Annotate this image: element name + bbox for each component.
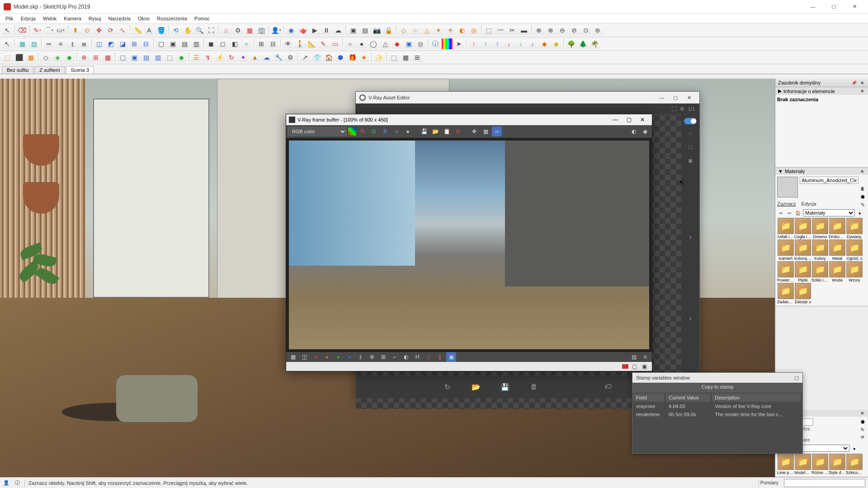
style-3[interactable]: ▤ (179, 38, 190, 49)
vfb-g-channel[interactable]: G (369, 127, 379, 136)
misc-1[interactable]: ☰ (191, 52, 202, 63)
material-category[interactable]: Zadaszenia (777, 282, 794, 304)
axis-y[interactable]: ◆ (551, 38, 561, 49)
vray-light-spot[interactable]: △ (421, 25, 432, 36)
house-tool[interactable]: 🏠 (323, 52, 334, 63)
tab-edit[interactable]: Edycja (802, 201, 816, 208)
scale-tool[interactable]: ⤡ (117, 25, 128, 36)
look-around[interactable]: ▭ (330, 38, 340, 49)
axis-g1[interactable]: ↑ (480, 38, 491, 49)
stamp-maximize-icon[interactable]: ▢ (794, 375, 799, 381)
material-category[interactable]: Powierzchnie (777, 261, 794, 282)
layout-tool[interactable]: ▦ (244, 25, 255, 36)
vfb-maximize[interactable]: ▢ (622, 117, 636, 123)
asset-refresh-icon[interactable]: ↻ (442, 381, 453, 392)
pencil-icon[interactable]: ✎ (859, 201, 866, 208)
material-category[interactable]: Drewno (811, 217, 829, 239)
asset-titlebar[interactable]: V-Ray Asset Editor ― ▢ ✕ (356, 92, 699, 103)
materials-combo[interactable]: Materiały (803, 209, 855, 216)
vray-vfb[interactable]: ▣ (348, 25, 359, 36)
walk-2[interactable]: 🚶 (294, 38, 305, 49)
menu-tools[interactable]: Narzędzia (104, 15, 134, 22)
tray-close-icon[interactable]: ✕ (859, 80, 865, 85)
asset-maximize[interactable]: ▢ (669, 95, 682, 101)
menu-window[interactable]: Okno (134, 15, 153, 22)
box-5[interactable]: ⬚ (164, 52, 175, 63)
select-tool-2[interactable]: ↖ (2, 38, 13, 49)
vray-fur[interactable]: 〰 (495, 25, 506, 36)
vray-clipper[interactable]: ✂ (507, 25, 518, 36)
nav-back-icon[interactable]: ⇦ (777, 209, 784, 216)
style-category[interactable]: Modelowanie (794, 453, 811, 475)
create-material-icon[interactable]: 🗑 (859, 185, 866, 192)
misc-9[interactable]: ⚙ (285, 52, 296, 63)
style-new-icon[interactable]: ⬢ (859, 418, 866, 426)
dims-3[interactable]: ⫿ (67, 38, 78, 49)
tray-pin-icon[interactable]: 📌 (850, 80, 858, 85)
material-category[interactable]: Woda (829, 261, 846, 282)
misc-7[interactable]: ☁ (261, 52, 272, 63)
cursor-tool[interactable]: ➤ (453, 38, 464, 49)
measurements-input[interactable] (784, 479, 865, 487)
style-category[interactable]: Linie programu (777, 453, 794, 475)
solid-intersect[interactable]: ⊗ (545, 25, 556, 36)
status-help-icon[interactable]: ⓘ (14, 479, 21, 487)
eraser-tool[interactable]: ⌫ (17, 25, 28, 36)
material-category[interactable]: Szkło i lustra (811, 261, 829, 282)
axis-b1[interactable]: ↑ (492, 38, 503, 49)
asset-toggle[interactable] (684, 118, 697, 124)
stamp-row[interactable]: vraycore 4.04.03 Version of the V-Ray co… (633, 403, 802, 410)
box-6[interactable]: ◆ (176, 52, 187, 63)
scene-tab-2[interactable]: Z sufitem (34, 66, 65, 74)
face-2[interactable]: ◈ (52, 52, 63, 63)
zoom-tool[interactable]: 🔍 (194, 25, 205, 36)
section-2[interactable]: ◩ (105, 38, 116, 49)
vfb-r-channel[interactable]: R (358, 127, 368, 136)
shape-torus[interactable]: ◎ (415, 38, 426, 49)
material-category[interactable]: Kamień (777, 239, 794, 261)
material-category[interactable]: Ogród, o (846, 239, 863, 261)
orbit-tool[interactable]: ⟲ (170, 25, 181, 36)
vfb-alpha[interactable]: ● (403, 127, 413, 136)
materials-header[interactable]: ▼ Materiały ✕ (775, 168, 868, 175)
shape-tube[interactable]: ◯ (368, 38, 379, 49)
vfb-b12[interactable]: H (412, 352, 422, 362)
rotate-tool[interactable]: ⟳ (105, 25, 116, 36)
asset-gear-icon[interactable]: ⚙ (680, 106, 684, 112)
axis-r2[interactable]: ↓ (504, 38, 514, 49)
material-category[interactable]: Kolory (811, 239, 829, 261)
comp-2[interactable]: ⬛ (14, 52, 24, 63)
material-category[interactable]: Dywany, (846, 217, 863, 239)
menu-file[interactable]: Plik (2, 15, 17, 22)
shape-sphere[interactable]: ● (356, 38, 367, 49)
vray-light-dome[interactable]: ◐ (457, 25, 467, 36)
vfb-minimize[interactable]: ― (609, 117, 622, 123)
stamp-col-desc[interactable]: Description (712, 394, 802, 402)
shirt-tool[interactable]: 👕 (311, 52, 322, 63)
line-tool[interactable]: ✎ (32, 25, 42, 36)
vfb-save-icon[interactable]: 💾 (419, 127, 429, 136)
solid-split[interactable]: ⊙ (580, 25, 591, 36)
style-refresh-icon[interactable]: ⟳ (859, 434, 866, 441)
solid-outer[interactable]: ⊚ (592, 25, 603, 36)
vfb-lens-icon[interactable]: ◉ (640, 127, 650, 136)
pushpull-tool[interactable]: ⬆ (70, 25, 81, 36)
text-tool[interactable]: A (144, 25, 155, 36)
style-4[interactable]: ▥ (191, 38, 202, 49)
move-tool[interactable]: ✥ (94, 25, 104, 36)
asset-side-2[interactable]: ▢ (686, 142, 695, 151)
vray-infinite-plane[interactable]: ▬ (519, 25, 529, 36)
menu-draw[interactable]: Rysuj (85, 15, 105, 22)
box-4[interactable]: ▥ (152, 52, 163, 63)
target-2[interactable]: ⊞ (90, 52, 101, 63)
rect-tool[interactable]: ▭ (55, 25, 66, 36)
vfb-close[interactable]: ✕ (636, 117, 649, 123)
section-3[interactable]: ◪ (117, 38, 128, 49)
tree-2[interactable]: 🌲 (577, 38, 588, 49)
material-category[interactable]: Płytki (794, 261, 811, 282)
vray-teapot[interactable]: 🫖 (297, 25, 308, 36)
vfb-b5[interactable]: ● (333, 352, 343, 362)
entity-info-header[interactable]: ▶ Informacje o elemencie ✕ (775, 87, 868, 95)
comp-3[interactable]: ▦ (25, 52, 36, 63)
scene-tab-1[interactable]: Bez sufitu (2, 66, 33, 74)
